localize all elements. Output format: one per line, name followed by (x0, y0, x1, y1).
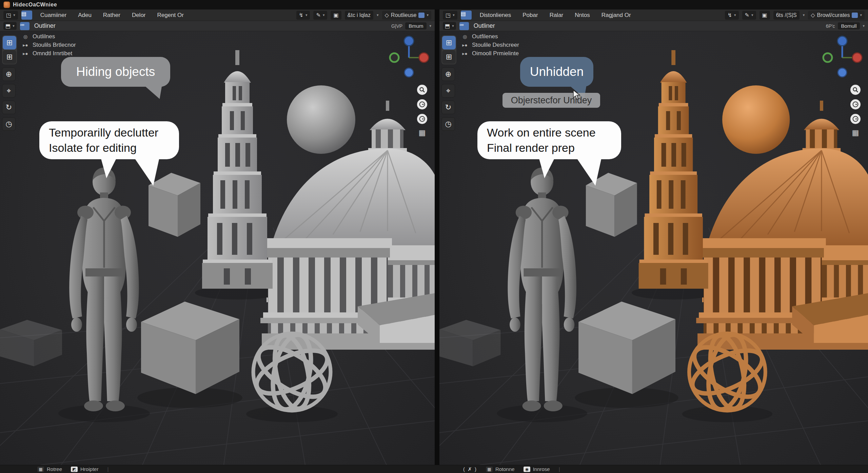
select-box-tool[interactable]: ⊞ (442, 36, 456, 49)
outliner-editor-icon[interactable]: ≔ (20, 22, 29, 30)
tree-row[interactable]: ▸●Stoulile Deshcreer (461, 42, 519, 48)
menu-item[interactable]: Ragjand Or (601, 12, 631, 19)
menu-item[interactable]: Ralar (550, 12, 564, 19)
view-mode-chip[interactable]: 6P'c Bomull ▾ (826, 22, 865, 29)
gizmo-axis-z-neg[interactable] (405, 68, 413, 77)
cursor-tool[interactable]: ⊕ (2, 67, 16, 81)
status-item[interactable]: ▦Rotonne (486, 466, 515, 472)
expand-arrow-icon: ▸● (461, 51, 469, 56)
tree-label: Outlilnes (33, 33, 55, 40)
annotate-pen-button[interactable]: ✎▾ (742, 11, 756, 20)
menu-item[interactable]: Nntos (575, 12, 590, 19)
note-line: Final render prep (487, 140, 575, 156)
viewport-side-icons: ▦ (417, 85, 427, 137)
gizmo-axis-z-pos[interactable] (837, 36, 847, 46)
move-tool[interactable]: ⌖ (441, 84, 455, 98)
orbit-tool[interactable]: ◷ (2, 117, 16, 131)
editor-type-dropdown[interactable]: ◳▾ (443, 11, 457, 20)
chevron-down-icon: ▾ (429, 24, 431, 28)
gizmo-axis-y-pos[interactable] (419, 53, 429, 62)
panel-divider[interactable] (435, 9, 439, 465)
gizmo-axis-z-neg[interactable] (838, 68, 847, 77)
editor-type-dropdown[interactable]: ◳▾ (3, 11, 18, 20)
status-label: Hroipter (80, 466, 98, 472)
select-box-alt-tool[interactable]: ⊞ (3, 50, 16, 64)
status-separator: | (107, 466, 108, 472)
menubar-tools: ↯▾ ✎▾ ▣ 6ts /(S|S ▾ ◇ Browl/curates ▾ (725, 11, 865, 20)
viewport-3d-scene[interactable] (0, 31, 435, 465)
editor-switch-dropdown[interactable]: ⬒▾ (3, 22, 17, 30)
texture-image-button[interactable]: ▣ (760, 11, 770, 20)
scene-selector-field[interactable]: ◇ Routlieuse ▾ (382, 11, 431, 20)
statusbar-right: ( ✗ ) ▦Rotonne ◉Innrose | (439, 466, 868, 472)
gizmo-axis-x-neg[interactable] (823, 53, 832, 62)
status-label: Innrose (533, 466, 550, 472)
chevron-down-icon[interactable]: ▾ (377, 13, 379, 17)
gizmo-axis-y-pos[interactable] (852, 53, 862, 62)
orbit-tool[interactable]: ◷ (441, 117, 455, 131)
gizmo-axis-x-neg[interactable] (390, 53, 399, 62)
navigation-gizmo[interactable] (822, 35, 863, 78)
mode-chip[interactable]: 6ts /(S|S (773, 11, 800, 20)
status-item[interactable]: ◉Innrose (524, 466, 550, 472)
rotate-tool[interactable]: ↻ (441, 101, 455, 114)
select-box-alt-tool[interactable]: ⊞ (442, 50, 456, 64)
tool-wand-button[interactable]: ↯▾ (296, 11, 310, 20)
texture-image-button[interactable]: ▣ (331, 11, 341, 20)
cursor-tool[interactable]: ⊕ (441, 67, 455, 81)
tree-row[interactable]: ▸●Oimooll Prmielinte (461, 50, 519, 57)
mode-chip[interactable]: &tc i lqlaz (345, 11, 373, 20)
viewport-3d-left[interactable]: ◎Outlilnes ▸●Stoulils Brtlecnor ▸●Omndtl… (0, 31, 435, 465)
tree-row-scene-collection[interactable]: ◎Outfilenes (461, 33, 519, 40)
menu-item[interactable]: Regent Or (157, 12, 184, 19)
menubar-left: ◳▾ ▤ Cuamiiner Adeu Rather Delor Regent … (0, 9, 435, 21)
pin-toggle[interactable] (852, 13, 858, 18)
upper-cube (149, 173, 200, 237)
menu-item[interactable]: Cuamiiner (40, 12, 66, 19)
menu-item[interactable]: Delor (132, 12, 146, 19)
grid-overlay-icon[interactable]: ▦ (419, 128, 426, 137)
pen-icon: ✎ (316, 12, 320, 18)
tree-label: Stoulile Deshcreer (472, 42, 519, 48)
gizmo-axis-z-pos[interactable] (404, 36, 414, 46)
perspective-toggle-icon[interactable] (417, 114, 427, 124)
chevron-down-icon[interactable]: ▾ (803, 13, 805, 17)
menu-item[interactable]: Distonlienes (480, 12, 511, 19)
rotate-tool[interactable]: ↻ (2, 101, 16, 114)
annotate-pen-button[interactable]: ✎▾ (313, 11, 327, 20)
zoom-magnifier-icon[interactable] (850, 85, 861, 95)
viewport-3d-right[interactable]: ◎Outfilenes ▸●Stoulile Deshcreer ▸●Oimoo… (439, 31, 868, 465)
view-mode-chip[interactable]: G|VP Bmum ▾ (391, 22, 431, 29)
chevron-down-icon: ▾ (863, 24, 865, 28)
select-box-tool[interactable]: ⊞ (3, 36, 16, 49)
active-editor-icon[interactable]: ▤ (21, 11, 32, 20)
view-chip-label: Bmum (405, 22, 427, 29)
headline-text: Hiding objects (76, 65, 155, 79)
menu-item[interactable]: Rather (103, 12, 120, 19)
navigation-gizmo[interactable] (389, 35, 429, 78)
menu-item[interactable]: Pobar (522, 12, 538, 19)
chevron-down-icon: ▾ (452, 24, 454, 28)
outliner-editor-icon[interactable]: ≔ (459, 22, 469, 30)
grid-overlay-icon[interactable]: ▦ (852, 128, 859, 137)
status-paren: ( ✗ ) (463, 466, 477, 472)
toolbar-left: ⊞ ⊞ ⊕ ⌖ ↻ ◷ (441, 35, 456, 131)
move-tool[interactable]: ⌖ (2, 84, 16, 98)
tool-wand-button[interactable]: ↯▾ (725, 11, 739, 20)
menu-list: Distonlienes Pobar Ralar Nntos Ragjand O… (480, 12, 631, 19)
tree-row-scene-collection[interactable]: ◎Outlilnes (22, 33, 76, 40)
status-item[interactable]: ▦Rotree (37, 466, 62, 472)
camera-view-icon[interactable] (417, 99, 427, 109)
camera-view-icon[interactable] (850, 99, 861, 109)
zoom-magnifier-icon[interactable] (417, 85, 427, 95)
image-icon: ▣ (762, 12, 767, 18)
status-item[interactable]: ◩Hroipter (71, 466, 98, 472)
tree-row[interactable]: ▸●Stoulils Brtlecnor (22, 42, 76, 48)
perspective-toggle-icon[interactable] (850, 114, 861, 124)
editor-switch-dropdown[interactable]: ⬒▾ (443, 22, 456, 30)
pin-toggle[interactable] (418, 13, 425, 18)
scene-selector-field[interactable]: ◇ Browl/curates ▾ (808, 11, 865, 20)
tree-row[interactable]: ▸●Omndtl Irnrtibet (22, 50, 76, 57)
menu-item[interactable]: Adeu (78, 12, 92, 19)
active-editor-icon[interactable]: ▤ (461, 11, 472, 20)
